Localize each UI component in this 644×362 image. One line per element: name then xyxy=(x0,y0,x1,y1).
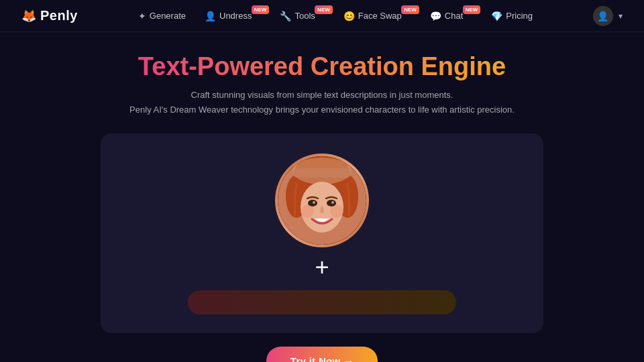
svg-point-11 xyxy=(313,201,315,204)
svg-point-9 xyxy=(308,200,317,206)
faceswap-icon: 😊 xyxy=(343,11,355,21)
hero-sub-line1: Craft stunning visuals from simple text … xyxy=(129,88,515,103)
navbar: 🦊 Penly ✦ Generate 👤 Undress NEW 🔧 Tools… xyxy=(0,0,644,32)
cta-label: Try it Now → xyxy=(290,355,354,362)
nav-label-generate: Generate xyxy=(150,11,186,21)
svg-point-12 xyxy=(331,201,334,204)
nav-right: 👤 ▾ xyxy=(593,6,623,26)
portrait-image xyxy=(278,156,366,245)
nav-item-undress[interactable]: 👤 Undress NEW xyxy=(205,11,261,21)
nav-label-pricing: Pricing xyxy=(506,11,533,21)
portrait-ring xyxy=(275,154,369,247)
svg-point-8 xyxy=(330,204,343,218)
main-content: Text-Powered Creation Engine Craft stunn… xyxy=(0,32,644,362)
user-menu-chevron[interactable]: ▾ xyxy=(619,11,623,21)
nav-item-faceswap[interactable]: 😊 Face Swap NEW xyxy=(343,11,411,21)
pricing-icon: 💎 xyxy=(491,11,502,21)
nav-item-tools[interactable]: 🔧 Tools NEW xyxy=(280,11,324,21)
hero-sub-line2: Penly AI's Dream Weaver technology bring… xyxy=(129,103,515,117)
nav-label-tools: Tools xyxy=(294,11,315,21)
svg-rect-5 xyxy=(292,168,352,178)
faceswap-badge: NEW xyxy=(401,5,419,14)
logo-icon: 🦊 xyxy=(21,9,36,23)
logo[interactable]: 🦊 Penly xyxy=(21,8,78,23)
hero-subtitle: Craft stunning visuals from simple text … xyxy=(129,88,515,117)
portrait-wrapper xyxy=(275,154,369,247)
undress-icon: 👤 xyxy=(205,11,216,21)
svg-point-10 xyxy=(327,200,336,206)
logo-text: Penly xyxy=(40,8,78,23)
generate-icon: ✦ xyxy=(138,11,146,21)
chat-icon: 💬 xyxy=(430,11,441,21)
tools-badge: NEW xyxy=(315,5,333,14)
creation-card: + xyxy=(101,133,543,333)
cta-button[interactable]: Try it Now → xyxy=(266,347,378,362)
user-avatar[interactable]: 👤 xyxy=(593,6,613,26)
svg-point-7 xyxy=(301,204,314,218)
chat-badge: NEW xyxy=(463,5,481,14)
nav-item-pricing[interactable]: 💎 Pricing xyxy=(491,11,533,21)
nav-label-faceswap: Face Swap xyxy=(358,11,402,21)
nav-label-chat: Chat xyxy=(445,11,463,21)
nav-center: ✦ Generate 👤 Undress NEW 🔧 Tools NEW 😊 F… xyxy=(138,11,533,21)
portrait-inner xyxy=(278,156,366,245)
nav-item-chat[interactable]: 💬 Chat NEW xyxy=(430,11,472,21)
undress-badge: NEW xyxy=(252,5,270,14)
nav-label-undress: Undress xyxy=(219,11,252,21)
plus-icon: + xyxy=(315,255,329,280)
tools-icon: 🔧 xyxy=(280,11,291,21)
avatar-icon: 👤 xyxy=(597,11,608,21)
nav-item-generate[interactable]: ✦ Generate xyxy=(138,11,186,21)
hero-title: Text-Powered Creation Engine xyxy=(138,52,506,81)
text-input-bar[interactable] xyxy=(188,290,456,314)
